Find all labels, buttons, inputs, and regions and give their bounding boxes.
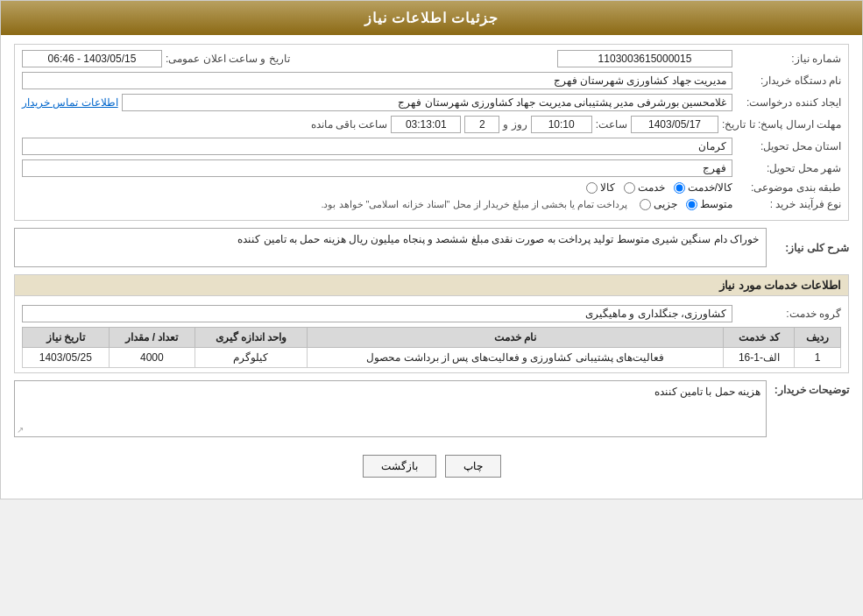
- category-option-kala-khadamat[interactable]: کالا/خدمت: [674, 181, 732, 194]
- creator-value: غلامحسین بورشرفی مدیر پشتیبانی مدیریت جه…: [122, 94, 732, 111]
- province-value: کرمان: [22, 138, 732, 155]
- category-radio-group: کالا خدمت کالا/خدمت: [586, 181, 732, 194]
- page-title: جزئیات اطلاعات نیاز: [364, 11, 499, 25]
- send-days-value: 2: [464, 116, 499, 133]
- purchase-type-label: نوع فرآیند خرید :: [736, 198, 841, 210]
- back-button[interactable]: بازگشت: [363, 455, 436, 478]
- city-label: شهر محل تحویل:: [736, 162, 841, 174]
- announce-datetime-label: تاریخ و ساعت اعلان عمومی:: [166, 53, 290, 65]
- buyer-notes-label: توضیحات خریدار:: [770, 380, 849, 396]
- category-label: طبقه بندی موضوعی:: [736, 181, 841, 194]
- category-label-khadamat: خدمت: [638, 181, 665, 194]
- category-label-kala: کالا: [600, 181, 615, 194]
- table-cell-quantity: 4000: [109, 348, 195, 368]
- col-row: ردیف: [795, 328, 841, 348]
- send-deadline-label: مهلت ارسال پاسخ: تا تاریخ:: [722, 118, 841, 131]
- send-time-label: ساعت:: [596, 118, 627, 131]
- category-label-kala-khadamat: کالا/خدمت: [688, 181, 732, 194]
- buyer-notes-value: هزینه حمل با تامین کننده: [20, 386, 760, 398]
- service-group-value: کشاورزی، جنگلداری و ماهیگیری: [22, 305, 732, 322]
- need-number-label: شماره نیاز:: [736, 53, 841, 65]
- page-header: جزئیات اطلاعات نیاز: [1, 1, 862, 35]
- col-name: نام خدمت: [307, 328, 724, 348]
- city-value: فهرج: [22, 159, 732, 177]
- purchase-option-motavaset[interactable]: متوسط: [686, 198, 732, 210]
- remaining-time-label: ساعت باقی مانده: [311, 118, 388, 131]
- col-qty: تعداد / مقدار: [109, 328, 195, 348]
- col-date: تاریخ نیاز: [23, 328, 110, 348]
- announce-datetime-value: 1403/05/15 - 06:46: [22, 50, 162, 67]
- services-section-title: اطلاعات خدمات مورد نیاز: [15, 275, 848, 296]
- send-days-label: روز و: [503, 118, 527, 131]
- purchase-label-motavaset: متوسط: [700, 198, 732, 210]
- purchase-option-jozi[interactable]: جزیی: [640, 198, 677, 210]
- need-number-value: 1103003615000015: [557, 50, 732, 67]
- purchase-note: پرداخت تمام یا بخشی از مبلغ خریدار از مح…: [321, 199, 627, 210]
- table-cell-code: الف-1-16: [724, 348, 795, 368]
- need-desc-value: خوراک دام سنگین شیری متوسط تولید پرداخت …: [14, 228, 767, 267]
- table-cell-unit: کیلوگرم: [195, 348, 308, 368]
- purchase-label-jozi: جزیی: [654, 198, 677, 210]
- remaining-time-value: 03:13:01: [391, 116, 461, 133]
- print-button[interactable]: چاپ: [445, 455, 501, 478]
- footer-buttons: چاپ بازگشت: [14, 446, 849, 490]
- category-option-khadamat[interactable]: خدمت: [624, 181, 665, 194]
- need-desc-label: شرح کلی نیاز:: [770, 242, 849, 254]
- contact-link[interactable]: اطلاعات تماس خریدار: [22, 96, 118, 109]
- province-label: استان محل تحویل:: [736, 140, 841, 152]
- table-cell-name: فعالیت‌های پشتیبانی کشاورزی و فعالیت‌های…: [307, 348, 724, 368]
- col-code: کد خدمت: [724, 328, 795, 348]
- service-group-label: گروه خدمت:: [736, 308, 841, 320]
- creator-label: ایجاد کننده درخواست:: [736, 96, 841, 109]
- category-option-kala[interactable]: کالا: [586, 181, 615, 194]
- services-table: ردیف کد خدمت نام خدمت واحد اندازه گیری ت…: [22, 327, 841, 368]
- table-row: 1الف-1-16فعالیت‌های پشتیبانی کشاورزی و ف…: [23, 348, 841, 368]
- purchase-radio-group: جزیی متوسط: [640, 198, 732, 210]
- buyer-org-label: نام دستگاه خریدار:: [736, 74, 841, 87]
- table-cell-row: 1: [795, 348, 841, 368]
- table-cell-date: 1403/05/25: [23, 348, 110, 368]
- send-time-value: 10:10: [531, 116, 592, 133]
- send-date-value: 1403/05/17: [631, 116, 718, 133]
- col-unit: واحد اندازه گیری: [195, 328, 308, 348]
- buyer-org-value: مدیریت جهاد کشاورزی شهرستان فهرج: [22, 72, 732, 89]
